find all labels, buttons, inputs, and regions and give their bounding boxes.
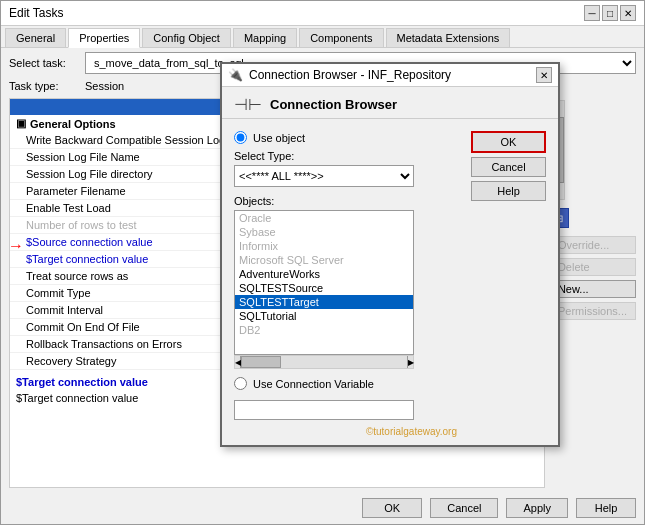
objects-label: Objects:	[234, 195, 461, 207]
list-item-sqltestsource[interactable]: SQLTESTSource	[235, 281, 413, 295]
use-object-radio[interactable]	[234, 131, 247, 144]
db-move-icon: ⊣⊢	[234, 95, 262, 114]
apply-button[interactable]: Apply	[506, 498, 568, 518]
tab-general[interactable]: General	[5, 28, 66, 47]
dialog-title-left: 🔌 Connection Browser - INF_Repository	[228, 68, 451, 82]
new-button[interactable]: New...	[549, 280, 636, 298]
dialog-left: Use object Select Type: <<**** ALL ****>…	[234, 131, 461, 439]
override-button[interactable]: Override...	[549, 236, 636, 254]
list-item-adventureworks[interactable]: AdventureWorks	[235, 267, 413, 281]
right-panel-actions: ▲ ▼ ⊞ Override... Delete New... Permissi…	[549, 98, 636, 488]
dialog-header-title: Connection Browser	[270, 97, 397, 112]
use-conn-variable-radio[interactable]	[234, 377, 247, 390]
dialog-icon: 🔌	[228, 68, 243, 82]
close-button[interactable]: ✕	[620, 5, 636, 21]
scroll-right-btn[interactable]: ▶	[407, 356, 413, 368]
minimize-button[interactable]: ─	[584, 5, 600, 21]
tab-components[interactable]: Components	[299, 28, 383, 47]
dialog-help-button[interactable]: Help	[471, 181, 546, 201]
list-item-sqltesttarget[interactable]: SQLTESTTarget	[235, 295, 413, 309]
list-item-informix[interactable]: Informix	[235, 239, 413, 253]
tab-config-object[interactable]: Config Object	[142, 28, 231, 47]
ok-bottom-button[interactable]: OK	[362, 498, 422, 518]
dialog-close-button[interactable]: ✕	[536, 67, 552, 83]
connection-browser-dialog: 🔌 Connection Browser - INF_Repository ✕ …	[220, 62, 560, 447]
dialog-body: Use object Select Type: <<**** ALL ****>…	[222, 125, 558, 445]
dialog-title-text: Connection Browser - INF_Repository	[249, 68, 451, 82]
tab-metadata-extensions[interactable]: Metadata Extensions	[386, 28, 511, 47]
list-item-sqltutorial[interactable]: SQLTutorial	[235, 309, 413, 323]
dialog-header: ⊣⊢ Connection Browser	[222, 87, 558, 119]
cancel-bottom-button[interactable]: Cancel	[430, 498, 498, 518]
list-item-mssql[interactable]: Microsoft SQL Server	[235, 253, 413, 267]
use-conn-variable-row: Use Connection Variable	[234, 377, 461, 420]
permissions-button[interactable]: Permissions...	[549, 302, 636, 320]
title-bar: Edit Tasks ─ □ ✕	[1, 1, 644, 26]
maximize-button[interactable]: □	[602, 5, 618, 21]
use-conn-radio-row: Use Connection Variable	[234, 377, 461, 390]
dialog-ok-button[interactable]: OK	[471, 131, 546, 153]
list-item-sybase[interactable]: Sybase	[235, 225, 413, 239]
select-task-label: Select task:	[9, 57, 79, 69]
dialog-cancel-button[interactable]: Cancel	[471, 157, 546, 177]
h-scroll-thumb	[241, 356, 281, 368]
objects-list[interactable]: Oracle Sybase Informix Microsoft SQL Ser…	[234, 210, 414, 355]
list-item-oracle[interactable]: Oracle	[235, 211, 413, 225]
dialog-right-buttons: OK Cancel Help	[471, 131, 546, 439]
select-type-label: Select Type:	[234, 150, 461, 162]
delete-button[interactable]: Delete	[549, 258, 636, 276]
arrow-indicator: →	[9, 237, 24, 255]
tab-mapping[interactable]: Mapping	[233, 28, 297, 47]
select-type-dropdown[interactable]: <<**** ALL ****>>	[234, 165, 414, 187]
dialog-title-bar: 🔌 Connection Browser - INF_Repository ✕	[222, 64, 558, 87]
expand-icon: ▣	[16, 117, 26, 130]
title-bar-left: Edit Tasks	[9, 6, 63, 20]
horizontal-scrollbar[interactable]: ◀ ▶	[234, 355, 414, 369]
tab-bar: General Properties Config Object Mapping…	[1, 26, 644, 48]
conn-variable-input[interactable]	[234, 400, 414, 420]
task-type-label: Task type:	[9, 80, 79, 92]
help-bottom-button[interactable]: Help	[576, 498, 636, 518]
bottom-buttons: OK Cancel Apply Help	[1, 492, 644, 524]
title-bar-controls: ─ □ ✕	[584, 5, 636, 21]
use-object-label: Use object	[253, 132, 305, 144]
use-object-row: Use object	[234, 131, 461, 144]
nav-box[interactable]: ⊞	[549, 208, 636, 228]
watermark: ©tutorialgateway.org	[234, 424, 461, 439]
list-item-db2[interactable]: DB2	[235, 323, 413, 337]
tab-properties[interactable]: Properties	[68, 28, 140, 48]
task-type-value: Session	[85, 80, 124, 92]
window-title: Edit Tasks	[9, 6, 63, 20]
use-conn-variable-label: Use Connection Variable	[253, 378, 374, 390]
